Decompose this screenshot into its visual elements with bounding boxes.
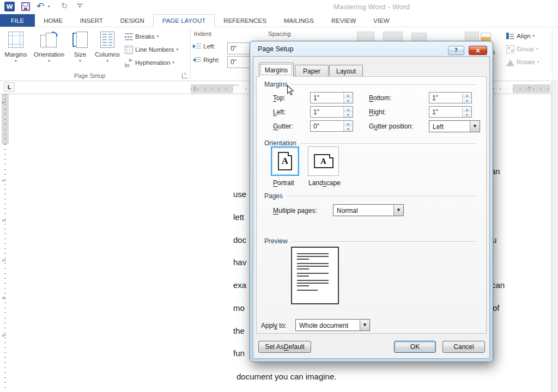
document-text-fragment: doc (233, 235, 246, 244)
dropdown-arrow-icon: ▼ (470, 121, 480, 132)
ruler-number: 1 (1, 179, 7, 182)
word-logo-icon: W (4, 2, 15, 11)
spinner: ▲▼ (343, 93, 353, 103)
multiple-pages-dropdown[interactable]: Normal ▼ (333, 204, 404, 216)
spin-up-icon[interactable]: ▲ (463, 107, 471, 112)
tab-view[interactable]: VIEW (365, 14, 398, 27)
tab-design[interactable]: DESIGN (112, 14, 153, 27)
spin-down-icon[interactable]: ▼ (344, 112, 353, 117)
margins-button[interactable]: Margins ▾ (2, 30, 29, 74)
gutter-field[interactable]: 0" ▲▼ (310, 120, 353, 132)
dropdown-arrow-icon: ▼ (360, 320, 369, 330)
cancel-button[interactable]: Cancel (442, 341, 485, 353)
spin-down-icon[interactable]: ▼ (344, 98, 353, 103)
size-button[interactable]: Size ▾ (69, 30, 92, 74)
tab-references[interactable]: REFERENCES (215, 14, 275, 27)
ruler-number: 5 (1, 334, 7, 336)
mouse-cursor-icon (287, 85, 294, 96)
spin-up-icon[interactable]: ▲ (344, 121, 353, 126)
right-margin-field[interactable]: 1" ▲▼ (429, 106, 472, 118)
spin-up-icon[interactable]: ▲ (344, 93, 353, 98)
dropdown-caret-icon: ▾ (48, 59, 50, 63)
ruler-number: 4 (1, 296, 7, 299)
page-setup-group-label: Page Setup (74, 72, 106, 79)
top-margin-label: Top: (273, 94, 286, 102)
dropdown-caret-icon: ▾ (106, 59, 108, 63)
group-button[interactable]: Group ▾ (506, 44, 538, 54)
ok-button[interactable]: OK (394, 341, 436, 353)
left-margin-label: Left: (273, 108, 286, 116)
tab-home[interactable]: HOME (35, 14, 71, 27)
spin-up-icon[interactable]: ▲ (463, 93, 471, 98)
tab-review[interactable]: REVIEW (323, 14, 365, 27)
spin-up-icon[interactable]: ▲ (344, 107, 353, 112)
page-setup-dialog-launcher-icon[interactable] (182, 73, 187, 78)
apply-to-label: Apply to: (261, 322, 287, 329)
align-button[interactable]: Align ▾ (506, 31, 535, 41)
gutter-position-dropdown[interactable]: Left ▼ (429, 120, 480, 132)
orientation-icon (39, 32, 59, 48)
quick-access-customize-icon[interactable]: ▾ (77, 4, 83, 9)
breaks-button[interactable]: Breaks ▾ (125, 32, 159, 41)
tab-mailings[interactable]: MAILINGS (275, 14, 323, 27)
multiple-pages-label: Multiple pages: (273, 207, 317, 215)
dropdown-arrow-icon: ▼ (393, 205, 403, 216)
spinner: ▲▼ (462, 93, 471, 103)
spin-down-icon[interactable]: ▼ (463, 98, 471, 103)
indent-right-icon (193, 56, 201, 64)
dialog-close-button[interactable]: × (469, 46, 487, 55)
document-text-fragment: exa (233, 280, 246, 290)
breaks-icon (125, 33, 133, 41)
columns-icon (100, 32, 114, 48)
margins-section-header: Margins (264, 81, 476, 88)
portrait-option[interactable]: A (271, 146, 299, 176)
set-as-default-button[interactable]: Set As Default (258, 341, 311, 353)
save-icon[interactable] (21, 2, 30, 11)
bottom-margin-field[interactable]: 1" ▲▼ (429, 92, 472, 103)
top-margin-field[interactable]: 1" ▲▼ (310, 92, 353, 103)
dropdown-caret-icon: ▾ (157, 34, 159, 39)
tab-file[interactable]: FILE (0, 14, 35, 27)
tab-insert[interactable]: INSERT (71, 14, 112, 27)
dropdown-caret-icon: ▾ (173, 60, 175, 65)
portrait-label: Portrait (273, 179, 294, 187)
dropdown-caret-icon: ▾ (15, 59, 17, 63)
orientation-button[interactable]: Orientation ▾ (31, 30, 68, 74)
document-text-fragment: hav (233, 258, 246, 267)
columns-button[interactable]: Columns ▾ (93, 30, 122, 74)
indent-left-row: Left: (193, 41, 215, 51)
hyphenation-button[interactable]: Hyphenation ▾ (125, 58, 174, 68)
ruler-margin-segment (191, 84, 239, 93)
dropdown-caret-icon: ▾ (177, 47, 179, 52)
landscape-option[interactable]: A (308, 146, 339, 176)
scrollbar-area[interactable] (551, 82, 558, 392)
orientation-section-header: Orientation (264, 139, 476, 147)
ruler-number: 3 (1, 259, 7, 261)
spinner: ▲▼ (462, 107, 471, 117)
dialog-tab-margins[interactable]: Margins (259, 63, 294, 77)
rotate-button[interactable]: Rotate ▾ (506, 57, 539, 67)
document-text-fragment: use (233, 189, 246, 199)
undo-dropdown-icon[interactable]: ▾ (48, 4, 50, 9)
undo-icon[interactable]: ↶ (37, 1, 44, 11)
disabled-ribbon-icon (411, 33, 427, 41)
line-numbers-button[interactable]: Line Numbers ▾ (125, 45, 178, 54)
apply-to-dropdown[interactable]: Whole document ▼ (295, 319, 370, 331)
hyphenation-icon (125, 59, 133, 67)
ruler-number: 1 (193, 86, 196, 91)
dropdown-caret-icon: ▾ (79, 59, 81, 63)
spin-down-icon[interactable]: ▼ (463, 112, 471, 117)
document-text-fragment: mo (233, 303, 245, 313)
spin-down-icon[interactable]: ▼ (344, 126, 353, 131)
group-separator (552, 29, 553, 78)
gutter-position-label: Gutter position: (369, 122, 413, 130)
portrait-page-icon: A (278, 152, 292, 170)
preview-section-header: Preview (264, 237, 476, 245)
line-numbers-icon (125, 46, 133, 54)
tab-page-layout[interactable]: PAGE LAYOUT (153, 14, 215, 27)
left-margin-field[interactable]: 1" ▲▼ (310, 106, 353, 118)
ruler-margin-segment (513, 84, 550, 93)
redo-icon[interactable]: ↻ (61, 1, 68, 11)
dialog-help-button[interactable]: ? (448, 46, 464, 55)
tab-stop-selector[interactable]: L (4, 82, 15, 92)
